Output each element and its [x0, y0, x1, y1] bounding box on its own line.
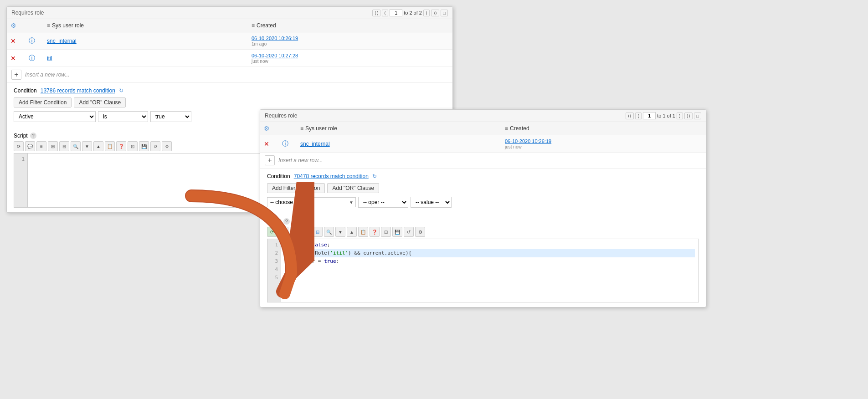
cell-delete-fg-1[interactable]: ✕: [260, 140, 278, 148]
toolbar-btn-11-bg[interactable]: ⊡: [128, 141, 138, 151]
timestamp-fg-1[interactable]: 06-10-2020 10:26:19: [505, 138, 551, 144]
pagination-prev-btn[interactable]: ⟨: [382, 10, 388, 16]
delete-icon-2[interactable]: ✕: [10, 55, 16, 62]
line-num-3-fg: 3: [270, 257, 278, 266]
toolbar-btn-11-fg[interactable]: ⊡: [381, 227, 391, 237]
code-line-3-fg: answer = true;: [285, 257, 695, 266]
delete-icon-1[interactable]: ✕: [10, 37, 16, 45]
toolbar-btn-5-bg[interactable]: ⊟: [59, 141, 69, 151]
toolbar-btn-1-bg[interactable]: ⟳: [14, 141, 24, 151]
condition-buttons-fg: Add Filter Condition Add "OR" Clause: [267, 183, 699, 193]
cell-delete-2[interactable]: ✕: [7, 55, 25, 62]
pagination-last-btn[interactable]: ⟩⟩: [431, 10, 439, 16]
toolbar-btn-3-fg[interactable]: ≡: [290, 227, 300, 237]
toolbar-btn-5-fg[interactable]: ⊟: [313, 227, 323, 237]
condition-label-text-fg: Condition: [267, 173, 290, 179]
pagination-first-btn[interactable]: ⟨⟨: [372, 10, 380, 16]
toolbar-btn-12-bg[interactable]: 💾: [139, 141, 149, 151]
cell-info-2[interactable]: ⓘ: [25, 54, 43, 62]
col-empty: [25, 22, 43, 29]
info-icon-fg-1[interactable]: ⓘ: [282, 140, 288, 147]
toolbar-btn-13-fg[interactable]: ↺: [404, 227, 414, 237]
toolbar-btn-6-bg[interactable]: 🔍: [71, 141, 81, 151]
info-icon-2[interactable]: ⓘ: [29, 54, 35, 61]
insert-plus-btn-fg[interactable]: +: [265, 155, 275, 165]
line-num-4-fg: 4: [270, 266, 278, 274]
pagination-next-btn[interactable]: ⟩: [423, 10, 430, 16]
insert-row-bg: + Insert a new row...: [7, 67, 452, 83]
cell-info-1[interactable]: ⓘ: [25, 37, 43, 45]
pagination-maximize-btn[interactable]: □: [441, 10, 448, 16]
refresh-condition-icon-fg[interactable]: ↻: [372, 173, 377, 179]
condition-match-link-fg[interactable]: 70478 records match condition: [294, 173, 369, 179]
choose-field-select-fg[interactable]: -- choose field --: [267, 197, 356, 207]
panel-bg-header: Requires role ⟨⟨ ⟨ to 2 of 2 ⟩ ⟩⟩ □: [7, 7, 452, 19]
code-line-4-fg: }: [285, 266, 695, 274]
cell-info-fg-1[interactable]: ⓘ: [278, 140, 297, 148]
toolbar-btn-13-bg[interactable]: ↺: [150, 141, 160, 151]
info-icon-1[interactable]: ⓘ: [29, 37, 35, 44]
toolbar-btn-7-fg[interactable]: ▼: [335, 227, 345, 237]
script-toolbar-fg: ⟳ 💬 ≡ ⊞ ⊟ 🔍 ▼ ▲ 📋 ❓ ⊡ 💾 ↺ ⚙: [267, 227, 699, 237]
role-link-2[interactable]: itil: [47, 55, 52, 61]
value-dropdown-wrapper-bg: true: [150, 111, 191, 122]
add-filter-condition-btn-bg[interactable]: Add Filter Condition: [14, 97, 72, 107]
toolbar-btn-8-bg[interactable]: ▲: [93, 141, 103, 151]
delete-icon-fg-1[interactable]: ✕: [264, 140, 269, 148]
condition-buttons-bg: Add Filter Condition Add "OR" Clause: [14, 97, 446, 107]
script-help-icon-fg[interactable]: ?: [283, 218, 290, 225]
line-num-1-bg: 1: [17, 155, 25, 164]
refresh-condition-icon-bg[interactable]: ↻: [119, 87, 123, 94]
line-num-2-fg: 2: [270, 249, 278, 257]
pagination-page-input[interactable]: [390, 9, 402, 16]
condition-match-link-bg[interactable]: 13786 records match condition: [41, 87, 115, 94]
toolbar-btn-12-fg[interactable]: 💾: [392, 227, 402, 237]
value-select-bg[interactable]: true: [150, 111, 191, 122]
col-sys-user-role-bg: ≡ Sys user role: [43, 22, 248, 29]
toolbar-btn-2-bg[interactable]: 💬: [25, 141, 35, 151]
field-select-bg[interactable]: Active: [14, 111, 96, 122]
oper-select-bg[interactable]: is: [98, 111, 148, 122]
add-or-clause-btn-fg[interactable]: Add "OR" Clause: [327, 183, 379, 193]
oper-select-fg[interactable]: -- oper --: [358, 197, 408, 208]
toolbar-btn-4-bg[interactable]: ⊞: [48, 141, 58, 151]
toolbar-btn-2-fg[interactable]: 💬: [278, 227, 288, 237]
toolbar-btn-14-bg[interactable]: ⚙: [162, 141, 172, 151]
toolbar-btn-4-fg[interactable]: ⊞: [301, 227, 311, 237]
toolbar-btn-9-fg[interactable]: 📋: [358, 227, 368, 237]
pagination-next-btn-fg[interactable]: ⟩: [677, 113, 683, 119]
code-content-fg[interactable]: answer = false; if (gs.hasRole('itil') &…: [281, 239, 699, 302]
toolbar-btn-3-bg[interactable]: ≡: [36, 141, 46, 151]
condition-filter-row-fg: -- choose field -- ▼ -- oper -- -- value…: [267, 197, 699, 208]
value-select-fg[interactable]: -- value --: [411, 197, 452, 208]
code-line-2-fg: if (gs.hasRole('itil') && current.active…: [285, 249, 695, 257]
toolbar-btn-10-fg[interactable]: ❓: [370, 227, 380, 237]
script-help-icon-bg[interactable]: ?: [30, 133, 36, 139]
role-link-1[interactable]: snc_internal: [47, 38, 77, 44]
cell-delete-1[interactable]: ✕: [7, 37, 25, 45]
add-or-clause-btn-bg[interactable]: Add "OR" Clause: [74, 97, 126, 107]
pagination-first-btn-fg[interactable]: ⟨⟨: [626, 113, 634, 119]
timestamp-2[interactable]: 06-10-2020 10:27:28: [252, 53, 298, 58]
pagination-prev-btn-fg[interactable]: ⟨: [635, 113, 642, 119]
pagination-page-input-fg[interactable]: [643, 112, 656, 119]
role-link-fg-1[interactable]: snc_internal: [300, 141, 330, 147]
pagination-last-btn-fg[interactable]: ⟩⟩: [684, 113, 693, 119]
toolbar-btn-9-bg[interactable]: 📋: [105, 141, 115, 151]
toolbar-btn-1-fg[interactable]: ⟳: [267, 227, 277, 237]
insert-plus-btn-bg[interactable]: +: [11, 70, 21, 80]
toolbar-btn-7-bg[interactable]: ▼: [82, 141, 92, 151]
condition-section-fg: Condition 70478 records match condition …: [260, 169, 706, 216]
code-editor-fg[interactable]: 1 2 3 4 5 answer = false; if (gs.hasRole…: [267, 239, 699, 302]
script-label-text-bg: Script: [14, 133, 28, 139]
line-numbers-fg: 1 2 3 4 5: [267, 239, 281, 302]
toolbar-btn-14-fg[interactable]: ⚙: [415, 227, 425, 237]
pagination-maximize-btn-fg[interactable]: □: [694, 113, 701, 119]
timestamp-1[interactable]: 06-10-2020 10:26:19: [252, 36, 298, 41]
toolbar-btn-10-bg[interactable]: ❓: [116, 141, 126, 151]
toolbar-btn-8-fg[interactable]: ▲: [347, 227, 357, 237]
col-gear-fg: ⚙: [260, 125, 278, 132]
col-created-label-bg: Created: [257, 22, 276, 29]
add-filter-condition-btn-fg[interactable]: Add Filter Condition: [267, 183, 325, 193]
toolbar-btn-6-fg[interactable]: 🔍: [324, 227, 334, 237]
